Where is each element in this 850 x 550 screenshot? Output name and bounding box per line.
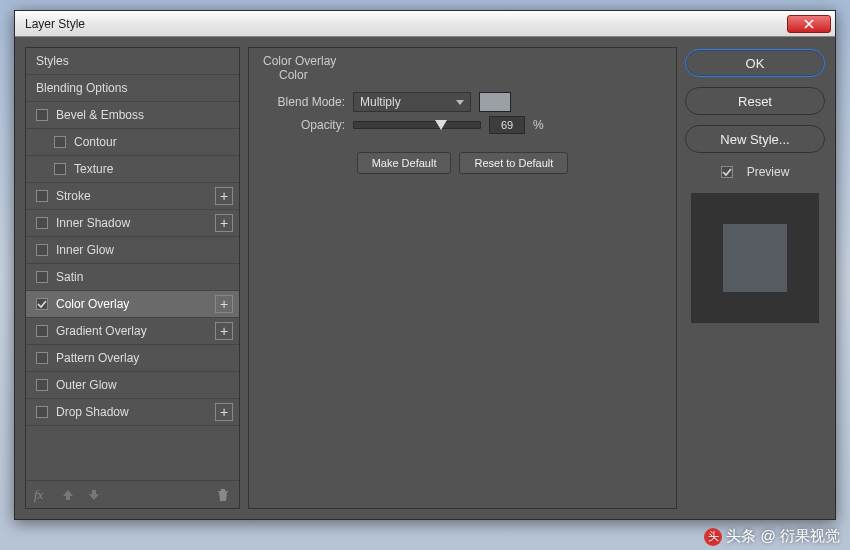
add-instance-button[interactable]: + xyxy=(215,403,233,421)
style-list: Styles Blending Options Bevel & EmbossCo… xyxy=(26,48,239,480)
preview-thumbnail xyxy=(691,193,819,323)
watermark-badge-icon: 头 xyxy=(704,528,722,546)
style-checkbox[interactable] xyxy=(36,379,48,391)
opacity-label: Opacity: xyxy=(259,118,345,132)
reset-default-button[interactable]: Reset to Default xyxy=(459,152,568,174)
preview-swatch xyxy=(723,224,787,292)
percent-label: % xyxy=(533,118,544,132)
make-default-button[interactable]: Make Default xyxy=(357,152,452,174)
opacity-row: Opacity: % xyxy=(259,116,666,134)
preview-toggle[interactable]: Preview xyxy=(685,165,825,179)
preview-checkbox[interactable] xyxy=(721,166,733,178)
color-overlay-group: Color Overlay Color Blend Mode: Multiply… xyxy=(259,52,666,174)
fx-icon[interactable]: fx xyxy=(34,487,50,503)
opacity-slider[interactable] xyxy=(353,121,481,129)
styles-header[interactable]: Styles xyxy=(26,48,239,75)
style-checkbox[interactable] xyxy=(36,325,48,337)
slider-thumb-icon[interactable] xyxy=(435,120,447,130)
style-checkbox[interactable] xyxy=(36,352,48,364)
style-checkbox[interactable] xyxy=(36,190,48,202)
style-item-label: Pattern Overlay xyxy=(56,351,139,365)
style-item-satin[interactable]: Satin xyxy=(26,264,239,291)
titlebar: Layer Style xyxy=(15,11,835,37)
check-icon xyxy=(722,167,732,177)
style-checkbox[interactable] xyxy=(54,163,66,175)
style-item-stroke[interactable]: Stroke+ xyxy=(26,183,239,210)
style-item-drop-shadow[interactable]: Drop Shadow+ xyxy=(26,399,239,426)
watermark: 头 头条 @ 衍果视觉 xyxy=(704,527,840,546)
add-instance-button[interactable]: + xyxy=(215,187,233,205)
style-item-inner-glow[interactable]: Inner Glow xyxy=(26,237,239,264)
style-item-outer-glow[interactable]: Outer Glow xyxy=(26,372,239,399)
style-item-texture[interactable]: Texture xyxy=(26,156,239,183)
group-title: Color Overlay xyxy=(259,52,666,68)
add-instance-button[interactable]: + xyxy=(215,322,233,340)
style-item-gradient-overlay[interactable]: Gradient Overlay+ xyxy=(26,318,239,345)
style-item-label: Bevel & Emboss xyxy=(56,108,144,122)
blending-options-header[interactable]: Blending Options xyxy=(26,75,239,102)
layer-style-window: Layer Style Styles Blending Options Beve… xyxy=(14,10,836,520)
close-icon xyxy=(804,19,814,29)
check-icon xyxy=(37,299,47,309)
preview-label: Preview xyxy=(747,165,790,179)
style-item-inner-shadow[interactable]: Inner Shadow+ xyxy=(26,210,239,237)
dialog-body: Styles Blending Options Bevel & EmbossCo… xyxy=(15,37,835,519)
style-checkbox[interactable] xyxy=(36,109,48,121)
style-item-color-overlay[interactable]: Color Overlay+ xyxy=(26,291,239,318)
styles-footer: fx xyxy=(26,480,239,508)
style-checkbox[interactable] xyxy=(54,136,66,148)
color-swatch[interactable] xyxy=(479,92,511,112)
opacity-input[interactable] xyxy=(489,116,525,134)
style-checkbox[interactable] xyxy=(36,271,48,283)
arrow-up-icon[interactable] xyxy=(60,487,76,503)
style-item-label: Drop Shadow xyxy=(56,405,129,419)
style-checkbox[interactable] xyxy=(36,217,48,229)
blend-mode-row: Blend Mode: Multiply xyxy=(259,92,666,112)
style-item-contour[interactable]: Contour xyxy=(26,129,239,156)
settings-panel: Color Overlay Color Blend Mode: Multiply… xyxy=(248,47,677,509)
close-button[interactable] xyxy=(787,15,831,33)
new-style-button[interactable]: New Style... xyxy=(685,125,825,153)
group-subtitle: Color xyxy=(259,68,666,88)
ok-button[interactable]: OK xyxy=(685,49,825,77)
styles-panel: Styles Blending Options Bevel & EmbossCo… xyxy=(25,47,240,509)
style-item-label: Stroke xyxy=(56,189,91,203)
style-item-label: Inner Glow xyxy=(56,243,114,257)
blend-mode-label: Blend Mode: xyxy=(259,95,345,109)
style-checkbox[interactable] xyxy=(36,244,48,256)
style-item-pattern-overlay[interactable]: Pattern Overlay xyxy=(26,345,239,372)
arrow-down-icon[interactable] xyxy=(86,487,102,503)
add-instance-button[interactable]: + xyxy=(215,295,233,313)
style-item-label: Inner Shadow xyxy=(56,216,130,230)
style-item-label: Gradient Overlay xyxy=(56,324,147,338)
style-item-bevel-emboss[interactable]: Bevel & Emboss xyxy=(26,102,239,129)
window-title: Layer Style xyxy=(25,17,787,31)
style-item-label: Contour xyxy=(74,135,117,149)
style-item-label: Satin xyxy=(56,270,83,284)
style-item-label: Outer Glow xyxy=(56,378,117,392)
blend-mode-select[interactable]: Multiply xyxy=(353,92,471,112)
action-panel: OK Reset New Style... Preview xyxy=(685,47,825,509)
reset-button[interactable]: Reset xyxy=(685,87,825,115)
style-checkbox[interactable] xyxy=(36,298,48,310)
style-checkbox[interactable] xyxy=(36,406,48,418)
style-item-label: Texture xyxy=(74,162,113,176)
trash-icon[interactable] xyxy=(215,487,231,503)
style-item-label: Color Overlay xyxy=(56,297,129,311)
add-instance-button[interactable]: + xyxy=(215,214,233,232)
